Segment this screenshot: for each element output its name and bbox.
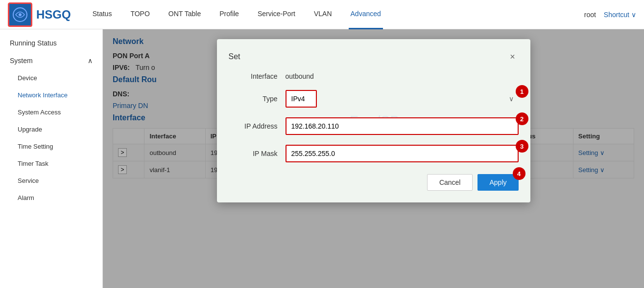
logo-text: HSGQ (36, 8, 71, 22)
nav-topo[interactable]: TOPO (128, 0, 151, 29)
ip-mask-input[interactable] (286, 145, 519, 162)
modal-close-button[interactable]: × (507, 51, 519, 63)
select-arrow-icon: ∨ (509, 95, 514, 103)
step-bubble-4: 4 (513, 167, 525, 180)
step-bubble-3: 3 (516, 140, 528, 153)
main-content: Network PON Port A IPV6: Turn o Default … (103, 29, 644, 288)
nav-items: Status TOPO ONT Table Profile Service-Po… (91, 0, 584, 29)
sidebar-item-service[interactable]: Service (0, 172, 102, 189)
nav-advanced[interactable]: Advanced (349, 0, 383, 29)
sidebar-item-upgrade[interactable]: Upgrade (0, 121, 102, 138)
top-nav: HSGQ Status TOPO ONT Table Profile Servi… (0, 0, 644, 29)
sidebar-item-system[interactable]: System ∧ (0, 52, 102, 69)
step-bubble-2: 2 (516, 112, 528, 125)
type-select[interactable]: IPv4 IPv6 DHCP (286, 90, 317, 108)
chevron-up-icon: ∧ (88, 57, 93, 65)
sidebar-item-network-interface[interactable]: Network Interface (0, 87, 102, 104)
nav-status[interactable]: Status (91, 0, 114, 29)
modal-overlay: ForelSP Set × Interface outbound Type IP… (103, 29, 644, 288)
nav-right: root Shortcut ∨ (584, 11, 636, 19)
ip-address-label: IP Address (229, 122, 278, 130)
modal-header: Set × (229, 51, 519, 63)
step-bubble-1: 1 (516, 85, 528, 98)
ip-mask-label: IP Mask (229, 150, 278, 157)
cancel-button[interactable]: Cancel (427, 174, 473, 191)
svg-point-1 (19, 13, 22, 16)
layout: Running Status System ∧ Device Network I… (0, 29, 644, 288)
logo: HSGQ (8, 2, 71, 27)
interface-label: Interface (229, 72, 278, 80)
form-row-ip: IP Address 2 (229, 117, 519, 135)
chevron-down-icon: ∨ (631, 11, 636, 19)
modal-title: Set (229, 52, 240, 61)
sidebar-item-time-setting[interactable]: Time Setting (0, 138, 102, 155)
nav-profile[interactable]: Profile (217, 0, 241, 29)
interface-value: outbound (286, 72, 314, 80)
form-row-interface: Interface outbound (229, 72, 519, 80)
form-row-mask: IP Mask 3 (229, 145, 519, 162)
ip-address-input[interactable] (286, 117, 519, 135)
sidebar-item-system-access[interactable]: System Access (0, 104, 102, 121)
type-select-wrapper: IPv4 IPv6 DHCP ∨ (286, 90, 519, 108)
sidebar: Running Status System ∧ Device Network I… (0, 29, 103, 288)
form-row-type: Type IPv4 IPv6 DHCP ∨ 1 (229, 90, 519, 108)
sidebar-item-running-status[interactable]: Running Status (0, 34, 102, 52)
nav-vlan[interactable]: VLAN (312, 0, 334, 29)
sidebar-item-alarm[interactable]: Alarm (0, 189, 102, 206)
nav-service-port[interactable]: Service-Port (256, 0, 297, 29)
nav-user: root (584, 11, 596, 19)
apply-button[interactable]: Apply (477, 174, 518, 191)
logo-icon (8, 2, 32, 27)
modal-footer: Cancel Apply 4 (229, 174, 519, 191)
sidebar-item-timer-task[interactable]: Timer Task (0, 155, 102, 172)
type-label: Type (229, 95, 278, 103)
nav-ont-table[interactable]: ONT Table (167, 0, 203, 29)
modal-set: ForelSP Set × Interface outbound Type IP… (217, 39, 530, 202)
nav-shortcut[interactable]: Shortcut ∨ (604, 11, 636, 19)
sidebar-item-device[interactable]: Device (0, 69, 102, 87)
